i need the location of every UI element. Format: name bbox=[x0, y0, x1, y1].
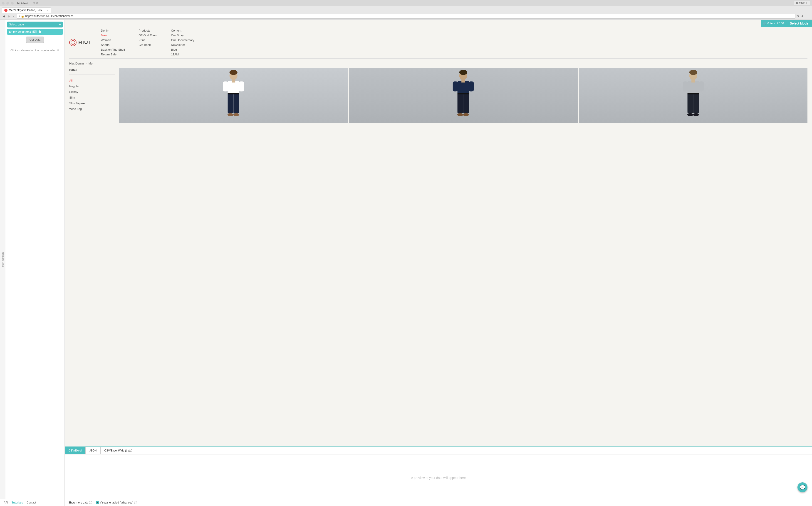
nav-men[interactable]: Men bbox=[101, 33, 125, 37]
tab-json[interactable]: JSON bbox=[85, 447, 100, 454]
products-grid bbox=[119, 68, 807, 123]
product-card-3[interactable] bbox=[579, 68, 807, 123]
filter-wide-leg[interactable]: Wide Leg bbox=[69, 106, 115, 112]
data-preview-area: A preview of your data will appear here bbox=[65, 454, 812, 501]
svg-rect-28 bbox=[687, 93, 693, 113]
browse-label[interactable]: BROWSE bbox=[794, 1, 810, 5]
nav-content[interactable]: Content bbox=[171, 29, 194, 32]
webpage: 🛒 0 item | £0.00 Select Mode My Account … bbox=[65, 20, 812, 446]
select-page-row[interactable]: Select page + bbox=[7, 21, 63, 27]
svg-rect-7 bbox=[234, 93, 239, 113]
breadcrumb-hiut[interactable]: Hiut Denim bbox=[69, 62, 84, 65]
new-tab-button[interactable]: + bbox=[51, 7, 57, 13]
tutorials-link[interactable]: Tutorials bbox=[12, 501, 23, 504]
nav-newsletter[interactable]: Newsletter bbox=[171, 43, 194, 47]
sidebar: main_template Select page + Empty select… bbox=[0, 20, 65, 506]
get-data-button[interactable]: Get Data bbox=[26, 36, 44, 43]
logo-inner bbox=[71, 40, 75, 45]
product-image-3 bbox=[579, 68, 807, 123]
selection-count-badge: (0) bbox=[32, 30, 37, 33]
breadcrumb-men[interactable]: Men bbox=[89, 62, 94, 65]
svg-point-12 bbox=[459, 70, 467, 75]
nav-return-sale[interactable]: Return Sale bbox=[101, 53, 125, 56]
nav-shorts[interactable]: Shorts bbox=[101, 43, 125, 47]
tab-csv-excel[interactable]: CSV/Excel bbox=[65, 447, 85, 454]
main-nav: HIUT Denim Men Women Shorts Back on The … bbox=[65, 26, 812, 58]
webpage-body: Filter All Regular Skinny Slim Slim Tape… bbox=[65, 68, 812, 128]
svg-point-20 bbox=[457, 113, 463, 116]
nav-products[interactable]: Products bbox=[139, 29, 157, 32]
selection-row[interactable]: Empty selection1 (0) 🗑 bbox=[7, 29, 63, 35]
toolbar-icons: ⊞ ⚙ bbox=[33, 2, 38, 5]
visuals-label[interactable]: Visuals enabled (advanced) ? bbox=[96, 501, 138, 504]
delete-selection-button[interactable]: 🗑 bbox=[38, 30, 41, 33]
filter-all[interactable]: All bbox=[69, 78, 115, 83]
nav-women[interactable]: Women bbox=[101, 38, 125, 42]
address-input[interactable] bbox=[25, 14, 793, 18]
nav-our-story[interactable]: Our Story bbox=[171, 33, 194, 37]
cart-icon: 🛒 bbox=[763, 22, 766, 25]
product-image-1 bbox=[119, 68, 348, 123]
chat-button[interactable]: 💬 bbox=[798, 482, 807, 492]
api-link[interactable]: API bbox=[4, 501, 8, 504]
nav-11am[interactable]: 11AM bbox=[171, 53, 194, 56]
browser-tab[interactable]: Men's Organic Cotton, Selvedge ✕ bbox=[2, 7, 51, 13]
show-more-help-icon[interactable]: ? bbox=[89, 501, 92, 504]
select-label: Select bbox=[9, 23, 17, 26]
lock-icon: 🔒 bbox=[21, 14, 24, 18]
svg-rect-6 bbox=[228, 93, 233, 113]
contact-link[interactable]: Contact bbox=[26, 501, 36, 504]
footer-row: Show more data ? Visuals enabled (advanc… bbox=[65, 501, 812, 506]
bottom-panel: CSV/Excel JSON CSV/Excel Wide (beta) A p… bbox=[65, 446, 812, 501]
nav-gift-book[interactable]: Gift Book bbox=[139, 43, 157, 47]
svg-rect-29 bbox=[693, 93, 699, 113]
svg-rect-16 bbox=[461, 79, 465, 83]
close-btn[interactable] bbox=[2, 2, 5, 5]
nav-back-on-shelf[interactable]: Back on The Shelf bbox=[101, 48, 125, 51]
home-button[interactable]: ⌂ bbox=[12, 14, 16, 18]
tab-csv-excel-wide[interactable]: CSV/Excel Wide (beta) bbox=[100, 447, 136, 454]
menu-button[interactable]: ☰ bbox=[805, 14, 810, 18]
main-layout: main_template Select page + Empty select… bbox=[0, 20, 812, 506]
svg-rect-26 bbox=[699, 82, 704, 91]
minimize-btn[interactable] bbox=[6, 2, 9, 5]
select-mode-button[interactable]: Select Mode bbox=[786, 20, 812, 27]
nav-denim[interactable]: Denim bbox=[101, 29, 125, 32]
nav-print[interactable]: Print bbox=[139, 38, 157, 42]
refresh-button[interactable]: ↻ bbox=[796, 14, 799, 18]
visuals-help-icon[interactable]: ? bbox=[134, 501, 138, 504]
back-button[interactable]: ◀ bbox=[2, 14, 6, 18]
product-card-1[interactable] bbox=[119, 68, 348, 123]
svg-rect-18 bbox=[463, 93, 469, 113]
breadcrumb: Hiut Denim › Men bbox=[65, 59, 812, 68]
nav-columns: Denim Men Women Shorts Back on The Shelf… bbox=[101, 29, 194, 56]
filter-slim-tapered[interactable]: Slim Tapered bbox=[69, 100, 115, 106]
tab-title: Men's Organic Cotton, Selvedge bbox=[9, 9, 45, 12]
select-mode-area: 🛒 0 item | £0.00 Select Mode bbox=[761, 20, 812, 27]
content-area: 🛒 0 item | £0.00 Select Mode My Account … bbox=[65, 20, 812, 506]
svg-rect-13 bbox=[458, 81, 469, 94]
nav-off-grid[interactable]: Off-Grid Event bbox=[139, 33, 157, 37]
svg-point-21 bbox=[463, 113, 469, 116]
tab-close-icon[interactable]: ✕ bbox=[47, 9, 49, 12]
product-card-2[interactable] bbox=[349, 68, 577, 123]
hiut-logo[interactable]: HIUT bbox=[69, 39, 92, 46]
show-more-label: Show more data ? bbox=[68, 501, 92, 504]
download-button[interactable]: ⬇ bbox=[800, 14, 805, 18]
svg-rect-27 bbox=[692, 79, 695, 83]
filter-regular[interactable]: Regular bbox=[69, 83, 115, 89]
filter-title: Filter bbox=[69, 68, 115, 75]
title-bar: hiutdeni... ⊞ ⚙ BROWSE bbox=[0, 0, 812, 6]
breadcrumb-sep: › bbox=[86, 62, 87, 65]
filter-slim[interactable]: Slim bbox=[69, 95, 115, 100]
svg-point-10 bbox=[233, 113, 239, 116]
forward-button[interactable]: ▶ bbox=[7, 14, 11, 18]
nav-documentary[interactable]: Our Documentary bbox=[171, 38, 194, 42]
favicon bbox=[4, 9, 7, 12]
visuals-checkbox[interactable] bbox=[96, 501, 99, 504]
nav-blog[interactable]: Blog bbox=[171, 48, 194, 51]
svg-rect-30 bbox=[687, 93, 699, 94]
filter-skinny[interactable]: Skinny bbox=[69, 89, 115, 95]
maximize-btn[interactable] bbox=[11, 2, 14, 5]
add-selection-button[interactable]: + bbox=[59, 23, 61, 26]
